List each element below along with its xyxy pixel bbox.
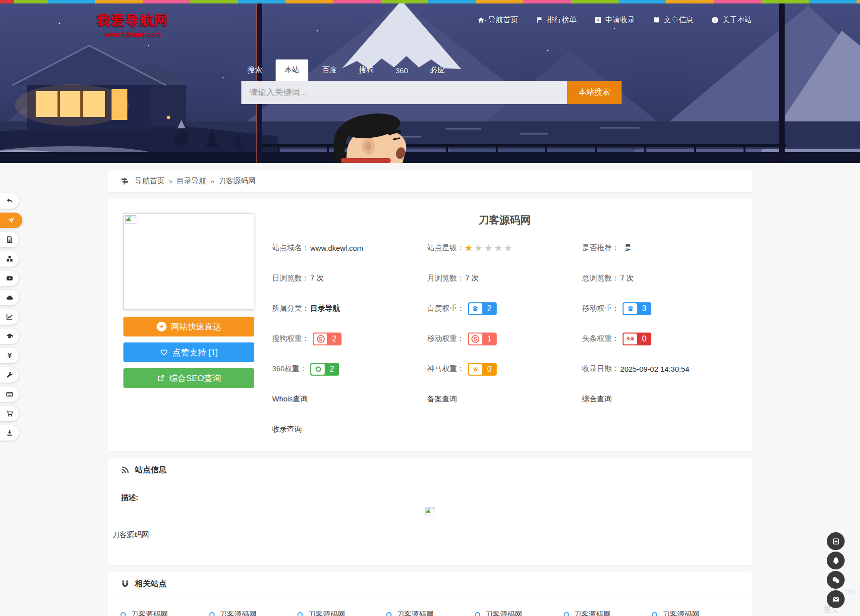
site-logo[interactable]: 我爱导航网 www.52waw.com — [89, 11, 176, 38]
rail-stats-button[interactable] — [0, 309, 19, 325]
breadcrumb-home[interactable]: 导航首页 — [135, 176, 165, 186]
site-info-section-header: 站点信息 — [108, 458, 752, 482]
breadcrumb-current: 刀客源码网 — [219, 176, 256, 186]
float-wechat-button[interactable] — [827, 571, 845, 589]
category-value[interactable]: 目录导航 — [310, 304, 340, 313]
field-whois-query: Whois查询 — [272, 384, 427, 414]
related-site-item[interactable]: 刀客源码网 — [386, 610, 474, 616]
related-site-item[interactable]: 刀客源码网 — [563, 610, 652, 616]
rail-video-button[interactable] — [0, 271, 19, 286]
site-thumbnail[interactable] — [123, 213, 254, 310]
field-zonghe-query: 综合查询 — [582, 384, 737, 414]
search-prefix-label: 搜索 — [241, 65, 269, 81]
field-shenma-weight: 神马权重： 0 — [427, 354, 582, 384]
search-tab-sogou[interactable]: 搜狗 — [359, 59, 374, 81]
field-star-rating: 站点星级： ★★★★★ — [427, 233, 582, 263]
rail-finance-button[interactable]: ¥ — [0, 348, 19, 363]
related-site-item[interactable]: 刀客源码网 — [209, 610, 297, 616]
cart-icon — [6, 410, 13, 417]
site-favicon-icon — [474, 612, 481, 616]
float-email-button[interactable] — [827, 590, 845, 608]
search-tab-bing[interactable]: 必应 — [430, 59, 445, 81]
like-support-button[interactable]: 点赞支持 [1] — [123, 342, 254, 362]
related-site-item[interactable]: 刀客源码网 — [651, 610, 740, 616]
related-site-label: 刀客源码网 — [397, 610, 434, 616]
search-tab-local[interactable]: 本站 — [276, 59, 308, 81]
float-qq-button[interactable] — [827, 552, 845, 569]
top-color-strip — [0, 0, 860, 3]
nav-item-rankings[interactable]: 排行榜单 — [536, 15, 576, 25]
field-label: 神马权重： — [427, 364, 464, 374]
field-label: 收录日期： — [582, 364, 619, 374]
toutiao-weight-badge[interactable]: 头条 0 — [623, 333, 651, 345]
plus-square-icon — [594, 16, 602, 24]
rail-download-button[interactable] — [0, 425, 19, 441]
shoulu-query-link[interactable]: 收录查询 — [272, 425, 302, 434]
sogou-weight-badge[interactable]: S 2 — [313, 333, 342, 345]
field-indexed-date: 收录日期： 2025-09-02 14:30:54 — [582, 354, 737, 384]
nav-item-about[interactable]: 关于本站 — [711, 15, 752, 25]
baidu-mobile-weight-badge[interactable]: 3 — [623, 302, 651, 315]
section-title: 相关站点 — [135, 579, 167, 589]
related-site-label: 刀客源码网 — [574, 610, 611, 616]
related-site-item[interactable]: 刀客源码网 — [297, 610, 386, 616]
info-icon — [711, 16, 719, 24]
search-tab-baidu[interactable]: 百度 — [322, 59, 337, 81]
related-site-item[interactable]: 刀客源码网 — [474, 610, 563, 616]
whois-query-link[interactable]: Whois查询 — [272, 394, 308, 404]
site-favicon-icon — [651, 612, 658, 616]
indexed-date-value: 2025-09-02 14:30:54 — [620, 365, 689, 373]
rail-navigation-button[interactable] — [0, 213, 22, 228]
related-sites-header: 相关站点 — [108, 572, 752, 596]
rail-tools-button[interactable] — [0, 367, 19, 383]
nav-item-submit-site[interactable]: 申请收录 — [594, 15, 635, 25]
related-site-item[interactable]: 刀客源码网 — [120, 610, 209, 616]
toutiao-icon: 头条 — [624, 334, 637, 344]
seo-query-button[interactable]: 综合SEO查询 — [123, 368, 254, 388]
rail-education-button[interactable] — [0, 329, 19, 344]
search-input[interactable] — [241, 81, 567, 104]
search-bar: 本站搜索 — [241, 81, 622, 104]
seo-query-label: 综合SEO查询 — [170, 373, 221, 384]
baidu-paw-icon — [469, 303, 482, 314]
main-container: 导航首页 » 目录导航 » 刀客源码网 网站快速直达 — [108, 170, 752, 616]
field-monthly-views: 月浏览数： 7 次 — [427, 263, 582, 293]
field-sogou-mobile-weight: 移动权重： S 1 — [427, 324, 582, 354]
nav-item-articles[interactable]: 文章信息 — [653, 15, 693, 25]
rail-shop-button[interactable] — [0, 406, 19, 421]
sogou-mobile-weight-value: 1 — [482, 335, 497, 343]
search-module: 搜索 本站 百度 搜狗 360 必应 本站搜索 — [241, 59, 622, 104]
baidu-weight-badge[interactable]: 2 — [468, 302, 497, 315]
rail-cubes-button[interactable] — [0, 251, 19, 267]
beian-query-link[interactable]: 备案查询 — [427, 394, 457, 404]
rail-keyboard-button[interactable] — [0, 387, 19, 402]
site-favicon-icon — [386, 612, 392, 616]
sogou-mobile-weight-badge[interactable]: S 1 — [468, 333, 497, 345]
nav-item-home[interactable]: 导航首页 — [477, 15, 518, 25]
float-add-button[interactable] — [827, 532, 845, 550]
breadcrumb: 导航首页 » 目录导航 » 刀客源码网 — [108, 170, 752, 192]
star-filled: ★ — [464, 243, 474, 253]
search-tab-360[interactable]: 360 — [396, 60, 408, 81]
hero-header: 我爱导航网 www.52waw.com 导航首页 排行榜单 申请收录 文章信息 … — [0, 3, 860, 163]
wrench-icon — [6, 371, 13, 379]
top-navigation: 导航首页 排行榜单 申请收录 文章信息 关于本站 — [477, 15, 752, 25]
site-thumbnail-column: 网站快速直达 点赞支持 [1] 综合SEO查询 — [123, 213, 254, 388]
rail-cloud-button[interactable] — [0, 290, 19, 305]
site-detail-card: 网站快速直达 点赞支持 [1] 综合SEO查询 刀客源码网 站点域名： www.… — [108, 199, 752, 451]
zonghe-query-link[interactable]: 综合查询 — [582, 394, 612, 404]
daily-views-value: 7 次 — [310, 274, 324, 283]
so360-weight-badge[interactable]: 2 — [310, 363, 339, 376]
baidu-weight-value: 2 — [482, 304, 497, 313]
rail-document-button[interactable] — [0, 232, 19, 247]
breadcrumb-category[interactable]: 目录导航 — [176, 176, 206, 186]
site-favicon-icon — [209, 612, 215, 616]
floating-action-column — [827, 532, 845, 610]
visit-site-button[interactable]: 网站快速直达 — [123, 317, 254, 336]
keyboard-icon — [6, 391, 13, 398]
shenma-weight-badge[interactable]: 0 — [468, 363, 497, 376]
rail-back-button[interactable] — [0, 193, 19, 209]
search-button[interactable]: 本站搜索 — [567, 81, 622, 104]
sogou-icon: S — [469, 334, 482, 344]
site-info-section: 站点信息 描述: 刀客源码网 — [108, 458, 752, 565]
